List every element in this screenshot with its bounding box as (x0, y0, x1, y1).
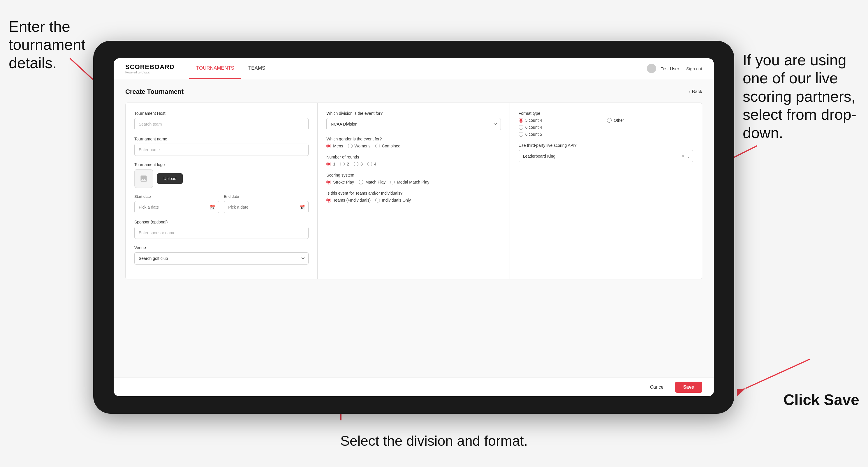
format-6count4-radio[interactable] (519, 125, 523, 130)
format-other-radio[interactable] (607, 118, 612, 123)
nav-teams[interactable]: TEAMS (241, 58, 273, 79)
sponsor-input[interactable] (134, 227, 309, 239)
rounds-3-label: 3 (361, 162, 363, 166)
live-scoring-input[interactable] (519, 150, 693, 162)
nav-links: TOURNAMENTS TEAMS (189, 58, 273, 79)
teams-group: Is this event for Teams and/or Individua… (326, 191, 501, 203)
tablet-screen: SCOREBOARD Powered by Clippit TOURNAMENT… (114, 58, 714, 396)
scoring-stroke[interactable]: Stroke Play (326, 180, 354, 184)
scoring-medal[interactable]: Medal Match Play (390, 180, 429, 184)
teams-individuals-label: Individuals Only (382, 198, 411, 203)
scoring-medal-label: Medal Match Play (397, 180, 429, 184)
rounds-2-radio[interactable] (340, 162, 345, 166)
form-footer: Cancel Save (114, 378, 714, 396)
scoring-medal-radio[interactable] (390, 180, 395, 184)
select-actions: × ⌄ (682, 154, 690, 159)
venue-label: Venue (134, 245, 309, 250)
scoring-match-radio[interactable] (359, 180, 363, 184)
gender-mens-label: Mens (333, 144, 343, 148)
gender-label: Which gender is the event for? (326, 137, 501, 141)
gender-group: Which gender is the event for? Mens Wome… (326, 137, 501, 148)
format-6count5[interactable]: 6 count 5 (519, 132, 605, 137)
division-label: Which division is the event for? (326, 111, 501, 116)
annotation-bottom-center: Select the division and format. (340, 433, 528, 449)
upload-button[interactable]: Upload (157, 173, 183, 184)
teams-individuals[interactable]: Individuals Only (375, 198, 411, 203)
form-col-1: Tournament Host Tournament name Tourname… (126, 103, 318, 279)
rounds-3-radio[interactable] (354, 162, 359, 166)
tablet-frame: SCOREBOARD Powered by Clippit TOURNAMENT… (93, 41, 734, 414)
rounds-3[interactable]: 3 (354, 162, 363, 166)
gender-radio-group: Mens Womens Combined (326, 144, 501, 148)
dates-group: Start date 📅 End date 📅 (134, 194, 309, 213)
teams-teams[interactable]: Teams (+Individuals) (326, 198, 371, 203)
rounds-radio-group: 1 2 3 4 (326, 162, 501, 166)
rounds-1-radio[interactable] (326, 162, 331, 166)
scoring-match[interactable]: Match Play (359, 180, 385, 184)
clear-icon[interactable]: × (682, 154, 684, 159)
logo-placeholder (134, 169, 153, 188)
cancel-button[interactable]: Cancel (644, 382, 671, 392)
navbar: SCOREBOARD Powered by Clippit TOURNAMENT… (114, 58, 714, 79)
scoring-label: Scoring system (326, 173, 501, 178)
format-label: Format type (519, 111, 693, 116)
teams-teams-label: Teams (+Individuals) (333, 198, 371, 203)
scoring-stroke-label: Stroke Play (333, 180, 354, 184)
host-group: Tournament Host (134, 111, 309, 130)
format-6count5-radio[interactable] (519, 132, 523, 137)
format-group: Format type 5 count 4 Other (519, 111, 693, 137)
annotation-top-right: If you are using one of our live scoring… (743, 51, 859, 142)
host-label: Tournament Host (134, 111, 309, 116)
gender-combined[interactable]: Combined (375, 144, 401, 148)
rounds-4-radio[interactable] (367, 162, 372, 166)
gender-combined-radio[interactable] (375, 144, 380, 148)
gender-mens[interactable]: Mens (326, 144, 343, 148)
start-date-input[interactable] (134, 201, 219, 213)
format-6count4[interactable]: 6 count 4 (519, 125, 605, 130)
start-date-label: Start date (134, 194, 219, 199)
venue-group: Venue Search golf club (134, 245, 309, 264)
gender-womens-radio[interactable] (348, 144, 352, 148)
end-date-input[interactable] (224, 201, 309, 213)
venue-select[interactable]: Search golf club (134, 252, 309, 264)
chevron-down-icon[interactable]: ⌄ (686, 154, 690, 159)
annotation-top-left: Enter the tournament details. (9, 18, 108, 72)
rounds-1[interactable]: 1 (326, 162, 335, 166)
rounds-4[interactable]: 4 (367, 162, 376, 166)
end-date-group: End date 📅 (224, 194, 309, 213)
teams-teams-radio[interactable] (326, 198, 331, 203)
host-input[interactable] (134, 118, 309, 130)
sponsor-group: Sponsor (optional) (134, 220, 309, 239)
nav-tournaments[interactable]: TOURNAMENTS (189, 58, 241, 79)
live-scoring-wrapper: × ⌄ (519, 150, 693, 162)
name-input[interactable] (134, 144, 309, 156)
brand-subtitle: Powered by Clippit (125, 71, 175, 74)
sign-out-link[interactable]: Sign out (686, 66, 702, 71)
teams-radio-group: Teams (+Individuals) Individuals Only (326, 198, 501, 203)
teams-individuals-radio[interactable] (375, 198, 380, 203)
end-date-wrapper: 📅 (224, 201, 309, 213)
end-date-label: End date (224, 194, 309, 199)
gender-womens[interactable]: Womens (348, 144, 371, 148)
format-type-grid: 5 count 4 Other 6 count 4 (519, 118, 693, 137)
annotation-bottom-right: Click Save (783, 391, 859, 409)
logo-group: Tournament logo Upload (134, 162, 309, 188)
gender-womens-label: Womens (354, 144, 371, 148)
format-5count4-radio[interactable] (519, 118, 523, 123)
format-other-label: Other (614, 118, 624, 123)
user-avatar (647, 64, 656, 73)
scoring-match-label: Match Play (365, 180, 385, 184)
logo-upload-area: Upload (134, 169, 309, 188)
save-button[interactable]: Save (675, 382, 702, 393)
rounds-2[interactable]: 2 (340, 162, 349, 166)
gender-combined-label: Combined (382, 144, 401, 148)
scoring-radio-group: Stroke Play Match Play Medal Match Play (326, 180, 501, 184)
format-other[interactable]: Other (607, 118, 693, 123)
back-link[interactable]: Back (689, 89, 702, 94)
gender-mens-radio[interactable] (326, 144, 331, 148)
live-scoring-label: Use third-party live scoring API? (519, 143, 693, 148)
division-select[interactable]: NCAA Division I (326, 118, 501, 130)
scoring-stroke-radio[interactable] (326, 180, 331, 184)
format-5count4[interactable]: 5 count 4 (519, 118, 605, 123)
teams-label: Is this event for Teams and/or Individua… (326, 191, 501, 195)
